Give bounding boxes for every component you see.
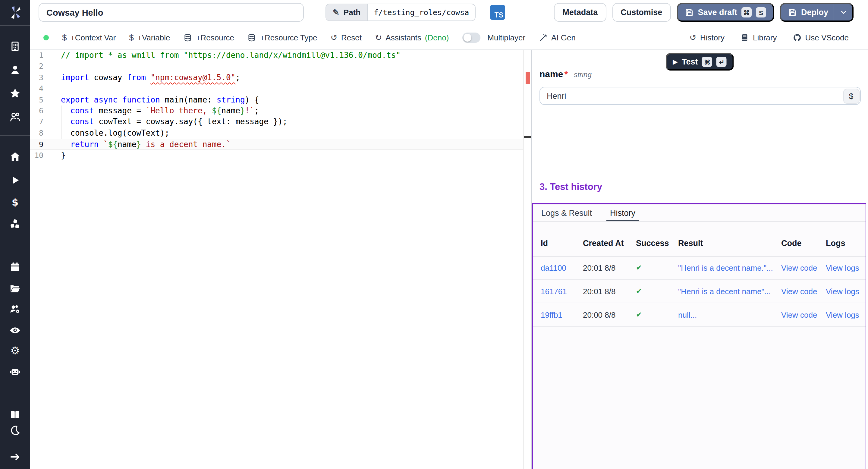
line-number: 9 xyxy=(30,139,43,150)
star-icon[interactable] xyxy=(9,88,21,99)
moon-icon[interactable] xyxy=(9,425,21,436)
sidebar-divider xyxy=(0,135,30,136)
line-number: 1 xyxy=(30,50,43,61)
path-group: ✎ Path f/testing_roles/cowsa xyxy=(326,4,475,21)
code-editor[interactable]: 1// import * as wmill from "https://deno… xyxy=(30,50,523,469)
person-icon[interactable] xyxy=(9,64,21,76)
job-id-link[interactable]: 161761 xyxy=(541,280,567,303)
code-line-2: 2 xyxy=(30,61,523,72)
history-row: da110020:01 8/8✔"Henri is a decent name.… xyxy=(533,256,866,280)
result-link[interactable]: "Henri is a decent name."... xyxy=(678,256,773,280)
book-icon[interactable] xyxy=(9,409,21,420)
success-check-icon: ✔ xyxy=(636,303,642,327)
job-id-link[interactable]: da1100 xyxy=(541,256,566,280)
eye-icon[interactable] xyxy=(9,324,21,336)
job-id-link[interactable]: 19ffb1 xyxy=(541,303,562,327)
multiplayer-label: Multiplayer xyxy=(487,33,525,42)
customise-button[interactable]: Customise xyxy=(612,3,671,22)
windmill-logo-icon[interactable] xyxy=(8,5,22,20)
refresh-icon: ↻ xyxy=(375,33,382,42)
code-line-6: 6 const message = `Hello there, ${name}!… xyxy=(30,105,523,117)
arrow-right-icon[interactable] xyxy=(9,451,21,463)
multiplayer-toggle[interactable] xyxy=(462,32,480,42)
script-title-input[interactable] xyxy=(38,3,304,22)
library-button[interactable]: Library xyxy=(740,33,777,42)
code-line-7: 7 const cowText = cowsay.say({ text: mes… xyxy=(30,117,523,128)
edit-path-button[interactable]: ✎ Path xyxy=(326,4,368,21)
view-code-link[interactable]: View code xyxy=(781,280,817,303)
kbd-enter: ↵ xyxy=(716,57,727,67)
deploy-button[interactable]: Deploy xyxy=(780,3,854,22)
app-window: $⚙ ✎ Path f/testing_roles/cowsa TS Metad… xyxy=(0,0,868,469)
line-number: 7 xyxy=(30,117,43,128)
svg-text:⚙: ⚙ xyxy=(10,345,20,356)
line-number: 6 xyxy=(30,105,43,117)
toolbar-right-group: ↺ History Library Use VScode xyxy=(689,33,849,42)
folder-icon[interactable] xyxy=(9,283,21,294)
add-resource-button[interactable]: +Resource xyxy=(183,33,234,42)
dollar-icon[interactable]: $ xyxy=(9,197,21,208)
line-number: 10 xyxy=(30,150,43,161)
view-logs-link[interactable]: View logs xyxy=(826,280,859,303)
path-value-field[interactable]: f/testing_roles/cowsa xyxy=(368,4,475,21)
name-input[interactable] xyxy=(539,87,861,105)
ai-gen-button[interactable]: AI Gen xyxy=(538,33,576,42)
result-link[interactable]: "Henri is a decent name"... xyxy=(678,280,771,303)
use-vscode-button[interactable]: Use VScode xyxy=(792,33,849,42)
topbar: ✎ Path f/testing_roles/cowsa TS Metadata… xyxy=(30,0,868,25)
github-icon xyxy=(792,33,801,42)
tab-history[interactable]: History xyxy=(610,205,635,221)
add-context-var-button[interactable]: $ +Context Var xyxy=(62,33,116,42)
name-input-wrap: $ xyxy=(539,87,861,105)
test-label: Test xyxy=(682,57,698,66)
sidebar-divider xyxy=(0,25,30,26)
multiplayer-toggle-group: Multiplayer xyxy=(462,32,525,42)
robot-icon[interactable] xyxy=(9,366,21,378)
history-tabs: Logs & Result History xyxy=(533,205,866,222)
reset-button[interactable]: ↺ Reset xyxy=(330,33,361,42)
view-code-link[interactable]: View code xyxy=(781,256,817,280)
play-icon: ▶ xyxy=(673,59,678,65)
col-header-code: Code xyxy=(781,239,802,248)
test-history-panel: Logs & Result History Id Created At Succ… xyxy=(532,203,866,469)
kbd-s: S xyxy=(756,7,766,18)
dollar-icon: $ xyxy=(62,33,67,42)
users-icon[interactable] xyxy=(9,111,21,123)
line-number: 2 xyxy=(30,61,43,72)
view-logs-link[interactable]: View logs xyxy=(826,303,859,327)
result-link[interactable]: null... xyxy=(678,303,697,327)
cubes-icon[interactable] xyxy=(9,219,21,230)
path-label: Path xyxy=(344,8,361,17)
save-draft-label: Save draft xyxy=(698,8,737,17)
history-button[interactable]: ↺ History xyxy=(689,33,724,42)
col-header-logs: Logs xyxy=(826,239,845,248)
error-marker xyxy=(526,72,530,84)
add-resource-type-button[interactable]: +Resource Type xyxy=(247,33,317,42)
home-icon[interactable] xyxy=(9,151,21,162)
line-number: 8 xyxy=(30,127,43,139)
required-asterisk: * xyxy=(564,69,568,79)
assistants-button[interactable]: ↻ Assistants (Deno) xyxy=(375,33,449,42)
metadata-button[interactable]: Metadata xyxy=(554,3,606,22)
calendar-icon[interactable] xyxy=(9,261,21,273)
topbar-actions: Metadata Customise Save draft ⌘ S Deploy xyxy=(554,3,854,22)
add-variable-button[interactable]: $ +Variable xyxy=(129,33,170,42)
insert-variable-button[interactable]: $ xyxy=(843,88,859,103)
editor-overview-ruler[interactable] xyxy=(523,50,531,469)
play-icon[interactable] xyxy=(9,175,21,186)
field-name: name xyxy=(539,69,563,79)
gear-icon[interactable]: ⚙ xyxy=(9,345,21,356)
test-button[interactable]: ▶ Test ⌘ ↵ xyxy=(666,53,734,70)
view-code-link[interactable]: View code xyxy=(781,303,817,327)
dollar-icon: $ xyxy=(129,33,134,42)
save-icon xyxy=(684,8,693,17)
created-at: 20:01 8/8 xyxy=(583,280,615,303)
building-icon[interactable] xyxy=(9,41,21,52)
tab-logs-result[interactable]: Logs & Result xyxy=(541,205,592,221)
save-draft-button[interactable]: Save draft ⌘ S xyxy=(677,3,774,22)
view-logs-link[interactable]: View logs xyxy=(826,256,859,280)
deploy-dropdown-button[interactable] xyxy=(834,4,852,21)
code-line-8: 8 console.log(cowText); xyxy=(30,127,523,139)
test-panel: ▶ Test ⌘ ↵ name * string $ 3. Test histo… xyxy=(532,50,868,469)
users-gear-icon[interactable] xyxy=(9,304,21,315)
